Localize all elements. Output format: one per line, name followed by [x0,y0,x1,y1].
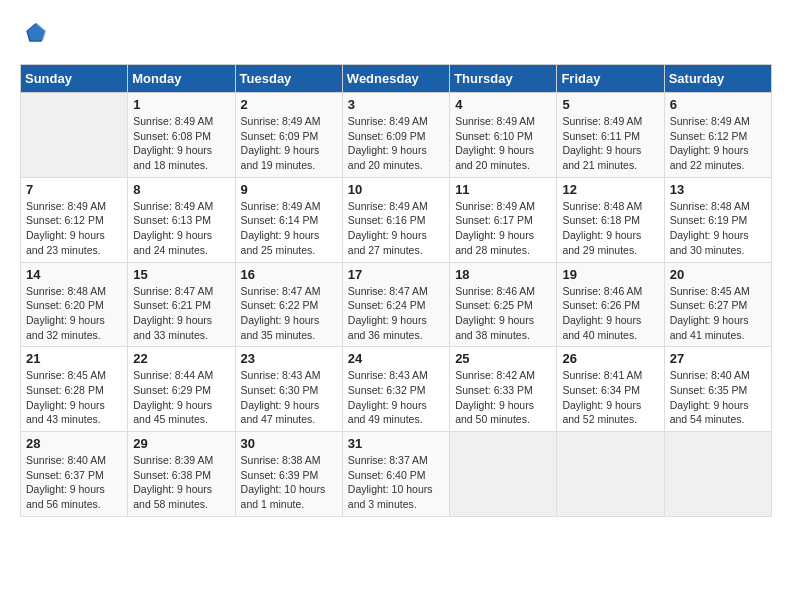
day-number: 25 [455,351,551,366]
day-info: Sunrise: 8:47 AM Sunset: 6:22 PM Dayligh… [241,284,337,343]
calendar-cell: 15Sunrise: 8:47 AM Sunset: 6:21 PM Dayli… [128,262,235,347]
day-info: Sunrise: 8:43 AM Sunset: 6:30 PM Dayligh… [241,368,337,427]
week-row-1: 7Sunrise: 8:49 AM Sunset: 6:12 PM Daylig… [21,177,772,262]
day-number: 19 [562,267,658,282]
calendar-cell: 25Sunrise: 8:42 AM Sunset: 6:33 PM Dayli… [450,347,557,432]
day-info: Sunrise: 8:49 AM Sunset: 6:11 PM Dayligh… [562,114,658,173]
header-cell-saturday: Saturday [664,65,771,93]
day-info: Sunrise: 8:49 AM Sunset: 6:12 PM Dayligh… [670,114,766,173]
calendar-cell: 20Sunrise: 8:45 AM Sunset: 6:27 PM Dayli… [664,262,771,347]
day-info: Sunrise: 8:40 AM Sunset: 6:35 PM Dayligh… [670,368,766,427]
day-info: Sunrise: 8:46 AM Sunset: 6:26 PM Dayligh… [562,284,658,343]
week-row-0: 1Sunrise: 8:49 AM Sunset: 6:08 PM Daylig… [21,93,772,178]
week-row-2: 14Sunrise: 8:48 AM Sunset: 6:20 PM Dayli… [21,262,772,347]
day-info: Sunrise: 8:43 AM Sunset: 6:32 PM Dayligh… [348,368,444,427]
day-info: Sunrise: 8:48 AM Sunset: 6:20 PM Dayligh… [26,284,122,343]
day-number: 27 [670,351,766,366]
header-cell-tuesday: Tuesday [235,65,342,93]
week-row-3: 21Sunrise: 8:45 AM Sunset: 6:28 PM Dayli… [21,347,772,432]
header [20,20,772,48]
header-cell-thursday: Thursday [450,65,557,93]
calendar-body: 1Sunrise: 8:49 AM Sunset: 6:08 PM Daylig… [21,93,772,517]
day-number: 2 [241,97,337,112]
day-number: 9 [241,182,337,197]
day-number: 3 [348,97,444,112]
calendar-cell: 27Sunrise: 8:40 AM Sunset: 6:35 PM Dayli… [664,347,771,432]
calendar-cell [450,432,557,517]
calendar-cell: 1Sunrise: 8:49 AM Sunset: 6:08 PM Daylig… [128,93,235,178]
day-info: Sunrise: 8:41 AM Sunset: 6:34 PM Dayligh… [562,368,658,427]
day-info: Sunrise: 8:42 AM Sunset: 6:33 PM Dayligh… [455,368,551,427]
day-number: 10 [348,182,444,197]
calendar-table: SundayMondayTuesdayWednesdayThursdayFrid… [20,64,772,517]
week-row-4: 28Sunrise: 8:40 AM Sunset: 6:37 PM Dayli… [21,432,772,517]
header-row: SundayMondayTuesdayWednesdayThursdayFrid… [21,65,772,93]
calendar-cell: 29Sunrise: 8:39 AM Sunset: 6:38 PM Dayli… [128,432,235,517]
day-info: Sunrise: 8:39 AM Sunset: 6:38 PM Dayligh… [133,453,229,512]
day-number: 24 [348,351,444,366]
day-info: Sunrise: 8:49 AM Sunset: 6:08 PM Dayligh… [133,114,229,173]
day-info: Sunrise: 8:49 AM Sunset: 6:10 PM Dayligh… [455,114,551,173]
calendar-cell: 19Sunrise: 8:46 AM Sunset: 6:26 PM Dayli… [557,262,664,347]
calendar-cell [664,432,771,517]
day-info: Sunrise: 8:49 AM Sunset: 6:09 PM Dayligh… [348,114,444,173]
header-cell-monday: Monday [128,65,235,93]
calendar-cell: 14Sunrise: 8:48 AM Sunset: 6:20 PM Dayli… [21,262,128,347]
day-info: Sunrise: 8:38 AM Sunset: 6:39 PM Dayligh… [241,453,337,512]
calendar-cell: 17Sunrise: 8:47 AM Sunset: 6:24 PM Dayli… [342,262,449,347]
day-info: Sunrise: 8:48 AM Sunset: 6:18 PM Dayligh… [562,199,658,258]
day-info: Sunrise: 8:47 AM Sunset: 6:24 PM Dayligh… [348,284,444,343]
day-info: Sunrise: 8:37 AM Sunset: 6:40 PM Dayligh… [348,453,444,512]
header-cell-sunday: Sunday [21,65,128,93]
day-number: 20 [670,267,766,282]
calendar-cell: 6Sunrise: 8:49 AM Sunset: 6:12 PM Daylig… [664,93,771,178]
calendar-cell: 11Sunrise: 8:49 AM Sunset: 6:17 PM Dayli… [450,177,557,262]
logo [20,20,52,48]
day-info: Sunrise: 8:46 AM Sunset: 6:25 PM Dayligh… [455,284,551,343]
day-number: 29 [133,436,229,451]
calendar-cell: 24Sunrise: 8:43 AM Sunset: 6:32 PM Dayli… [342,347,449,432]
calendar-cell: 12Sunrise: 8:48 AM Sunset: 6:18 PM Dayli… [557,177,664,262]
day-number: 23 [241,351,337,366]
day-number: 26 [562,351,658,366]
day-info: Sunrise: 8:48 AM Sunset: 6:19 PM Dayligh… [670,199,766,258]
calendar-header: SundayMondayTuesdayWednesdayThursdayFrid… [21,65,772,93]
calendar-cell: 21Sunrise: 8:45 AM Sunset: 6:28 PM Dayli… [21,347,128,432]
calendar-cell: 13Sunrise: 8:48 AM Sunset: 6:19 PM Dayli… [664,177,771,262]
day-number: 16 [241,267,337,282]
day-number: 17 [348,267,444,282]
day-number: 7 [26,182,122,197]
calendar-cell [557,432,664,517]
day-number: 13 [670,182,766,197]
calendar-cell: 7Sunrise: 8:49 AM Sunset: 6:12 PM Daylig… [21,177,128,262]
calendar-cell: 3Sunrise: 8:49 AM Sunset: 6:09 PM Daylig… [342,93,449,178]
day-info: Sunrise: 8:45 AM Sunset: 6:28 PM Dayligh… [26,368,122,427]
day-number: 12 [562,182,658,197]
logo-icon [20,20,48,48]
day-info: Sunrise: 8:49 AM Sunset: 6:14 PM Dayligh… [241,199,337,258]
calendar-cell: 28Sunrise: 8:40 AM Sunset: 6:37 PM Dayli… [21,432,128,517]
calendar-cell: 26Sunrise: 8:41 AM Sunset: 6:34 PM Dayli… [557,347,664,432]
calendar-cell: 2Sunrise: 8:49 AM Sunset: 6:09 PM Daylig… [235,93,342,178]
calendar-cell: 18Sunrise: 8:46 AM Sunset: 6:25 PM Dayli… [450,262,557,347]
day-number: 15 [133,267,229,282]
calendar-cell: 23Sunrise: 8:43 AM Sunset: 6:30 PM Dayli… [235,347,342,432]
calendar-cell [21,93,128,178]
calendar-cell: 9Sunrise: 8:49 AM Sunset: 6:14 PM Daylig… [235,177,342,262]
calendar-cell: 10Sunrise: 8:49 AM Sunset: 6:16 PM Dayli… [342,177,449,262]
calendar-cell: 30Sunrise: 8:38 AM Sunset: 6:39 PM Dayli… [235,432,342,517]
day-number: 31 [348,436,444,451]
svg-marker-1 [28,23,47,40]
calendar-cell: 5Sunrise: 8:49 AM Sunset: 6:11 PM Daylig… [557,93,664,178]
calendar-cell: 16Sunrise: 8:47 AM Sunset: 6:22 PM Dayli… [235,262,342,347]
day-number: 22 [133,351,229,366]
day-info: Sunrise: 8:44 AM Sunset: 6:29 PM Dayligh… [133,368,229,427]
day-number: 6 [670,97,766,112]
header-cell-wednesday: Wednesday [342,65,449,93]
day-number: 28 [26,436,122,451]
calendar-cell: 4Sunrise: 8:49 AM Sunset: 6:10 PM Daylig… [450,93,557,178]
calendar-cell: 22Sunrise: 8:44 AM Sunset: 6:29 PM Dayli… [128,347,235,432]
day-info: Sunrise: 8:40 AM Sunset: 6:37 PM Dayligh… [26,453,122,512]
day-info: Sunrise: 8:49 AM Sunset: 6:12 PM Dayligh… [26,199,122,258]
day-number: 14 [26,267,122,282]
